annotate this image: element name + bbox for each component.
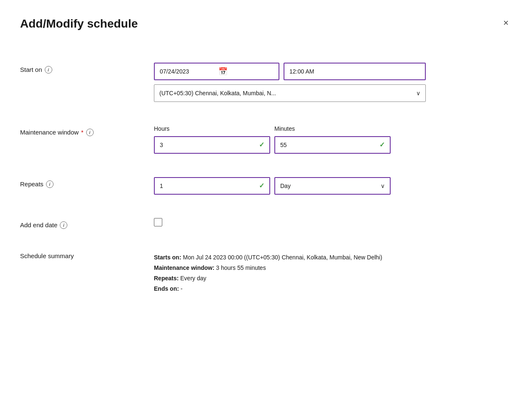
calendar-icon: 📅 bbox=[218, 67, 274, 76]
schedule-summary-label: Schedule summary bbox=[20, 252, 154, 259]
minutes-input[interactable]: 55 ✓ bbox=[274, 136, 391, 154]
start-on-row: Start on i 07/24/2023 📅 12:00 AM (UTC+05… bbox=[20, 51, 512, 114]
repeats-number-input[interactable]: 1 ✓ bbox=[154, 177, 270, 195]
repeats-row: Repeats i 1 ✓ Day ∨ bbox=[20, 165, 512, 206]
close-button[interactable]: × bbox=[500, 17, 512, 29]
timezone-select[interactable]: (UTC+05:30) Chennai, Kolkata, Mumbai, N.… bbox=[154, 84, 426, 102]
repeats-period-select[interactable]: Day ∨ bbox=[274, 177, 391, 195]
summary-repeats: Repeats: Every day bbox=[154, 273, 512, 284]
add-end-date-row: Add end date i bbox=[20, 206, 512, 241]
summary-starts-on: Starts on: Mon Jul 24 2023 00:00 ((UTC+0… bbox=[154, 252, 512, 263]
repeats-controls: 1 ✓ Day ∨ bbox=[154, 177, 512, 195]
timezone-chevron-icon: ∨ bbox=[416, 90, 420, 96]
form-body: Start on i 07/24/2023 📅 12:00 AM (UTC+05… bbox=[20, 51, 512, 306]
dialog-header: Add/Modify schedule × bbox=[20, 17, 512, 31]
add-end-date-controls bbox=[154, 218, 512, 226]
maintenance-info-icon[interactable]: i bbox=[86, 129, 94, 136]
date-time-row: 07/24/2023 📅 12:00 AM bbox=[154, 63, 512, 80]
repeats-label: Repeats i bbox=[20, 177, 154, 188]
start-on-info-icon[interactable]: i bbox=[45, 66, 52, 74]
minutes-check-icon: ✓ bbox=[379, 141, 385, 149]
schedule-summary-row: Schedule summary Starts on: Mon Jul 24 2… bbox=[20, 241, 512, 306]
date-input[interactable]: 07/24/2023 📅 bbox=[154, 63, 279, 80]
hours-label: Hours bbox=[154, 125, 270, 132]
maintenance-window-row: Maintenance window * i Hours Minutes 3 ✓… bbox=[20, 114, 512, 165]
minutes-label: Minutes bbox=[274, 125, 391, 132]
dialog-title: Add/Modify schedule bbox=[20, 17, 138, 31]
maintenance-column-labels: Hours Minutes bbox=[154, 125, 512, 132]
period-chevron-icon: ∨ bbox=[381, 183, 385, 189]
summary-maintenance-window: Maintenance window: 3 hours 55 minutes bbox=[154, 263, 512, 273]
required-asterisk: * bbox=[81, 129, 83, 136]
maintenance-window-label: Maintenance window * i bbox=[20, 125, 154, 136]
maintenance-window-controls: Hours Minutes 3 ✓ 55 ✓ bbox=[154, 125, 512, 154]
summary-ends-on: Ends on: - bbox=[154, 284, 512, 294]
schedule-summary-content: Starts on: Mon Jul 24 2023 00:00 ((UTC+0… bbox=[154, 252, 512, 294]
start-on-controls: 07/24/2023 📅 12:00 AM (UTC+05:30) Chenna… bbox=[154, 63, 512, 102]
repeats-check-icon: ✓ bbox=[259, 182, 264, 190]
maintenance-inputs: 3 ✓ 55 ✓ bbox=[154, 136, 512, 154]
start-on-label: Start on i bbox=[20, 63, 154, 74]
dialog-container: Add/Modify schedule × Start on i 07/24/2… bbox=[0, 0, 532, 396]
end-date-checkbox-wrap bbox=[154, 218, 512, 226]
repeats-info-icon[interactable]: i bbox=[46, 180, 54, 188]
hours-check-icon: ✓ bbox=[259, 141, 264, 149]
hours-input[interactable]: 3 ✓ bbox=[154, 136, 270, 154]
add-end-date-label: Add end date i bbox=[20, 218, 154, 229]
end-date-info-icon[interactable]: i bbox=[60, 221, 67, 229]
end-date-checkbox[interactable] bbox=[154, 218, 162, 226]
repeats-inputs: 1 ✓ Day ∨ bbox=[154, 177, 512, 195]
time-input[interactable]: 12:00 AM bbox=[284, 63, 426, 80]
